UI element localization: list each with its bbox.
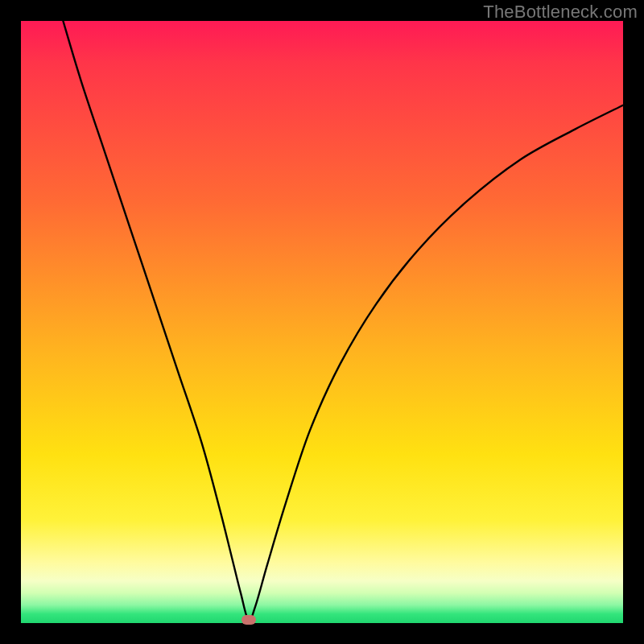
chart-curve-svg: [21, 21, 623, 623]
watermark-text: TheBottleneck.com: [483, 2, 638, 23]
bottleneck-curve-path: [63, 21, 623, 621]
chart-frame: [21, 21, 623, 623]
bottleneck-marker: [242, 615, 256, 625]
